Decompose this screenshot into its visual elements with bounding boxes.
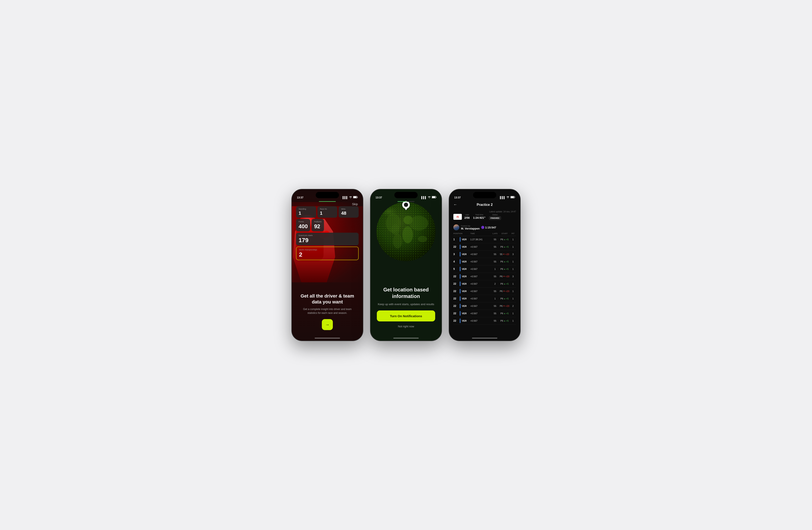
- row-team: VER: [462, 305, 470, 307]
- avatar-inner: [453, 224, 459, 230]
- phone2-bottom: Get location based information Keep up w…: [371, 286, 441, 328]
- onboarding-progress: [319, 201, 336, 202]
- row-position: 22: [453, 319, 460, 322]
- session-title: Practice 2: [477, 203, 493, 207]
- phone3-header: ← Practice 2: [449, 200, 520, 209]
- svg-marker-13: [404, 207, 408, 210]
- row-start: P6 ▲+5: [499, 320, 510, 322]
- dynamic-island-3: [473, 192, 496, 198]
- row-pit: 3: [510, 253, 516, 255]
- row-time: +0.567: [470, 282, 491, 285]
- race-nr-label: Race Nr.: [320, 208, 335, 210]
- laps-label: Laps: [464, 214, 470, 216]
- skip-button[interactable]: Skip: [352, 203, 358, 206]
- team-color-bar: [460, 319, 461, 323]
- podiums-value: 92: [314, 223, 321, 230]
- row-time: +0.567: [470, 246, 491, 248]
- row-laps: 55: [491, 253, 499, 255]
- row-time: +0.567: [470, 268, 491, 270]
- table-row: 22 VER +0.567 55 P6 ▲+5 1: [453, 243, 516, 251]
- row-laps: 1: [491, 268, 499, 270]
- position-up-arrow: ▲: [504, 261, 506, 263]
- row-position: 22: [453, 297, 460, 300]
- team-color-bar: [460, 245, 461, 249]
- phone-2: 13:37 ▌▌▌: [370, 189, 442, 341]
- th-team: [460, 233, 470, 235]
- position-up-arrow: ▲: [504, 283, 506, 285]
- phone-3: 13:37 ▌▌▌ ← Practice 2 Latest update: 14…: [449, 189, 521, 341]
- row-laps: 55: [491, 275, 499, 278]
- start-delta: +5: [506, 320, 509, 322]
- wins-value: 48: [341, 210, 356, 216]
- phone1-headline: Get all the driver & team data you want: [298, 293, 357, 305]
- position-up-arrow: ▲: [504, 297, 506, 300]
- wins-card: Wins 48: [338, 206, 359, 218]
- fl-time-value: 1:15:547: [485, 226, 496, 229]
- not-now-button[interactable]: Not right now: [377, 325, 435, 328]
- row-team: VER: [462, 275, 470, 278]
- row-position: 22: [453, 312, 460, 315]
- wifi-icon-2: [428, 196, 431, 199]
- position-up-arrow: ▲: [504, 320, 506, 322]
- start-delta: +5: [506, 282, 509, 285]
- fastest-lap-info: Fastest lap M. Verstappen: [461, 225, 480, 230]
- table-header: POSITION TIME LAPS START PIT: [453, 233, 516, 236]
- row-start: P6 ▲+5: [499, 260, 510, 263]
- table-row: 22 VER +0.567 1 P6 ▲+5 1: [453, 295, 516, 303]
- row-start: P6 ▼+20: [499, 290, 510, 293]
- row-pit: 1: [510, 320, 516, 322]
- row-start: P6 ▲+5: [499, 268, 510, 270]
- battery-icon: [353, 196, 358, 199]
- phone1-bottom: Get all the driver & team data you want …: [292, 293, 363, 330]
- turn-on-notifications-button[interactable]: Turn On Notifications: [377, 310, 435, 321]
- row-team: VER: [462, 268, 470, 270]
- row-time: +0.567: [470, 253, 491, 255]
- row-position: 5: [453, 267, 460, 270]
- th-position: POSITION: [453, 233, 460, 235]
- row-pit: 2: [510, 305, 516, 307]
- phone2-headline: Get location based information: [377, 286, 435, 299]
- dynamic-island-2: [394, 192, 418, 198]
- row-start: P6 ▲+5: [499, 246, 510, 248]
- row-pit: 1: [510, 282, 516, 285]
- start-delta: +20: [505, 290, 509, 293]
- wifi-icon-3: [506, 196, 509, 199]
- back-button[interactable]: ←: [453, 203, 457, 207]
- power-button-2: [441, 227, 442, 242]
- fastest-lap-driver: M. Verstappen: [461, 227, 480, 230]
- start-delta: +5: [506, 297, 509, 300]
- driver-avatar: [453, 224, 459, 230]
- team-color-bar: [460, 296, 461, 301]
- row-laps: 55: [491, 246, 499, 248]
- fastest-lap-label: Fastest lap: [461, 225, 480, 227]
- row-pit: 1: [510, 312, 516, 315]
- position-up-arrow: ▲: [504, 268, 506, 270]
- row-laps: 55: [491, 320, 499, 322]
- row-start: P6 ▼+20: [499, 305, 510, 307]
- next-button[interactable]: →: [322, 319, 333, 330]
- team-color-bar: [460, 304, 461, 308]
- svg-rect-15: [511, 196, 514, 198]
- start-delta: +5: [506, 260, 509, 263]
- row-pit: 3: [510, 275, 516, 278]
- row-laps: 2: [491, 282, 499, 285]
- phone-2-screen: 13:37 ▌▌▌: [371, 189, 441, 341]
- th-time: TIME: [470, 233, 491, 235]
- row-start: P6 ▲+5: [499, 238, 510, 241]
- row-time: +0.567: [470, 260, 491, 263]
- table-row: 22 VER +0.567 2 P6 ▲+5 1: [453, 280, 516, 288]
- row-time: +0.567: [470, 290, 491, 293]
- row-start: P6 ▲+5: [499, 312, 510, 315]
- update-timestamp: Latest update: 14 nov, 14:47: [489, 210, 516, 213]
- team-color-bar: [460, 274, 461, 279]
- row-time: +0.567: [470, 312, 491, 315]
- row-team: VER: [462, 282, 470, 285]
- team-color-bar: [460, 289, 461, 294]
- row-start: P6 ▲+5: [499, 297, 510, 300]
- row-pit: 1: [510, 238, 516, 241]
- signal-icon-3: ▌▌▌: [500, 196, 505, 199]
- championships-label: World championships: [299, 249, 356, 251]
- phone-3-screen: 13:37 ▌▌▌ ← Practice 2 Latest update: 14…: [449, 189, 520, 341]
- row-team: VER: [462, 290, 470, 293]
- position-down-arrow: ▼: [503, 253, 505, 255]
